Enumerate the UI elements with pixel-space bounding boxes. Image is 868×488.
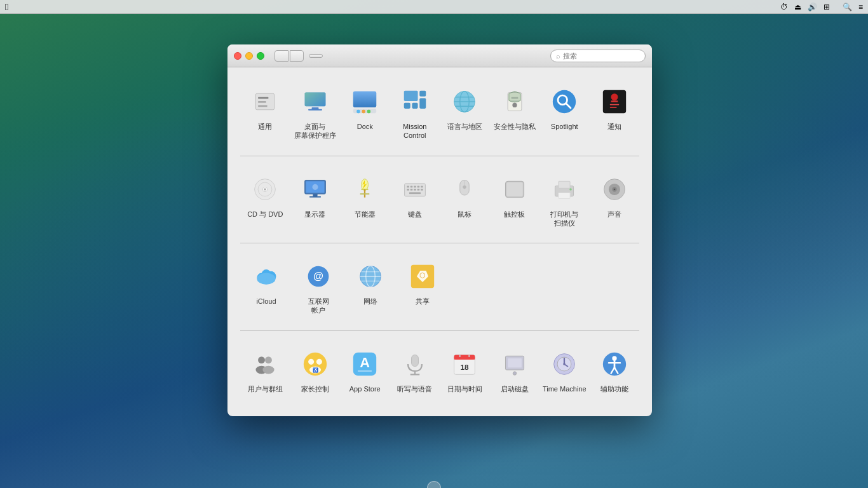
pref-item-trackpad[interactable]: 触控板 xyxy=(490,166,540,233)
pref-item-dock[interactable]: Dock xyxy=(340,79,390,146)
pref-icon-timemachine xyxy=(546,346,582,382)
pref-item-startup[interactable]: 启动磁盘 xyxy=(490,341,540,398)
pref-icon-cd xyxy=(247,172,283,207)
pref-icon-desktop xyxy=(297,84,333,119)
pref-item-cd[interactable]: CD 与 DVD xyxy=(240,166,290,233)
pref-label-startup: 启动磁盘 xyxy=(501,384,529,393)
eject-icon[interactable]: ⏏ xyxy=(794,3,801,11)
maximize-button[interactable] xyxy=(257,52,264,60)
pref-item-appstore[interactable]: A App Store xyxy=(340,341,390,398)
menubar-right: ⏱ ⏏ 🔊 ⊞ 🔍 ≡ xyxy=(780,3,863,11)
show-all-button[interactable] xyxy=(309,54,323,58)
pref-item-dictation[interactable]: 听写与语音 xyxy=(390,341,440,398)
pref-label-users: 用户与群组 xyxy=(248,384,283,393)
close-button[interactable] xyxy=(234,52,241,60)
pref-item-users[interactable]: 用户与群组 xyxy=(240,341,290,398)
svg-rect-7 xyxy=(308,109,322,111)
prefs-row-2: CD 与 DVD 显示器 节能器 键盘 鼠标 触控板 打 xyxy=(240,161,639,238)
pref-item-internet[interactable]: @ 互联网 帐户 xyxy=(292,254,344,320)
pref-label-printer: 打印机与 扫描仪 xyxy=(550,210,578,228)
svg-text:⬡: ⬡ xyxy=(419,271,426,279)
svg-rect-57 xyxy=(407,189,409,191)
grid-icon[interactable]: ⊞ xyxy=(824,3,830,11)
svg-rect-69 xyxy=(559,181,570,188)
pref-label-desktop: 桌面与 屏幕保护程序 xyxy=(294,122,336,140)
svg-rect-108 xyxy=(454,357,475,360)
volume-icon[interactable]: 🔊 xyxy=(808,3,817,11)
svg-rect-43 xyxy=(309,196,321,198)
pref-icon-dictation xyxy=(397,346,433,382)
pref-label-language: 语言与地区 xyxy=(447,122,482,131)
pref-item-mouse[interactable]: 鼠标 xyxy=(440,166,490,233)
pref-item-security[interactable]: 安全性与隐私 xyxy=(490,79,540,146)
svg-rect-62 xyxy=(409,192,421,194)
pref-icon-dock xyxy=(347,84,383,119)
window-titlebar: ⌕ xyxy=(227,44,652,67)
svg-point-92 xyxy=(265,356,272,363)
pref-item-general[interactable]: 通用 xyxy=(240,79,290,146)
pref-item-desktop[interactable]: 桌面与 屏幕保护程序 xyxy=(290,79,341,146)
pref-item-datetime[interactable]: 18 日期与时间 xyxy=(440,341,490,398)
svg-point-119 xyxy=(563,363,566,365)
svg-rect-11 xyxy=(357,110,360,113)
time-machine-icon[interactable]: ⏱ xyxy=(780,3,788,11)
pref-item-language[interactable]: 语言与地区 xyxy=(440,79,490,146)
svg-point-44 xyxy=(312,184,318,189)
pref-icon-notifications xyxy=(597,84,632,119)
pref-item-icloud[interactable]: iCloud xyxy=(240,254,292,320)
svg-rect-113 xyxy=(508,358,522,368)
window-content: 通用 桌面与 屏幕保护程序 Dock Mission Control 语言与地区… xyxy=(227,67,652,416)
svg-rect-13 xyxy=(367,110,370,113)
pref-item-spotlight[interactable]: Spotlight xyxy=(539,79,590,146)
divider-1 xyxy=(240,156,639,156)
svg-rect-35 xyxy=(609,107,616,108)
pref-item-sharing[interactable]: ⬡ 共享 xyxy=(397,254,449,320)
pref-icon-language xyxy=(447,84,482,119)
apple-menu[interactable]:  xyxy=(5,1,8,12)
pref-icon-network xyxy=(353,259,388,294)
menubar-left:  xyxy=(5,1,62,12)
pref-item-sound[interactable]: 声音 xyxy=(590,166,640,233)
spotlight-icon[interactable]: 🔍 xyxy=(843,3,852,11)
pref-item-mission[interactable]: Mission Control xyxy=(390,79,440,146)
pref-item-keyboard[interactable]: 键盘 xyxy=(390,166,440,233)
pref-item-energy[interactable]: 节能器 xyxy=(340,166,390,233)
nav-forward-button[interactable] xyxy=(290,50,304,62)
pref-label-dock: Dock xyxy=(357,122,373,131)
nav-buttons xyxy=(275,50,304,62)
search-input[interactable] xyxy=(563,52,640,60)
pref-item-printer[interactable]: 打印机与 扫描仪 xyxy=(539,166,590,233)
pref-item-timemachine[interactable]: Time Machine xyxy=(539,341,590,398)
pref-icon-icloud xyxy=(248,259,284,294)
pref-item-notifications[interactable]: 通知 xyxy=(590,79,640,146)
svg-rect-15 xyxy=(403,103,410,109)
pref-label-icloud: iCloud xyxy=(256,297,276,306)
pref-item-accessibility[interactable]: 辅助功能 xyxy=(590,341,640,398)
pref-icon-mission xyxy=(397,84,433,119)
pref-icon-sound xyxy=(597,172,632,207)
svg-rect-17 xyxy=(419,91,426,97)
dock xyxy=(427,481,441,488)
svg-rect-53 xyxy=(410,186,412,187)
pref-label-parental: 家长控制 xyxy=(301,384,329,393)
pref-item-display[interactable]: 显示器 xyxy=(290,166,341,233)
search-box[interactable]: ⌕ xyxy=(550,50,646,62)
svg-point-91 xyxy=(258,356,265,363)
pref-label-sharing: 共享 xyxy=(416,297,430,306)
svg-rect-14 xyxy=(403,91,417,101)
pref-item-network[interactable]: 网络 xyxy=(344,254,397,320)
svg-point-39 xyxy=(264,188,266,191)
svg-rect-5 xyxy=(304,92,325,106)
notification-icon[interactable]: ≡ xyxy=(858,3,863,11)
pref-icon-display xyxy=(297,172,333,207)
prefs-row-1: 通用 桌面与 屏幕保护程序 Dock Mission Control 语言与地区… xyxy=(240,74,639,151)
svg-rect-56 xyxy=(421,186,423,187)
svg-rect-33 xyxy=(611,100,618,102)
svg-rect-2 xyxy=(258,101,266,103)
svg-rect-67 xyxy=(506,182,522,196)
svg-rect-12 xyxy=(362,110,365,113)
nav-back-button[interactable] xyxy=(275,50,288,62)
prefs-row-3: iCloud @ 互联网 帐户 网络 ⬡ 共享 xyxy=(240,248,639,325)
pref-item-parental[interactable]: ♿ 家长控制 xyxy=(290,341,341,398)
minimize-button[interactable] xyxy=(245,52,253,60)
